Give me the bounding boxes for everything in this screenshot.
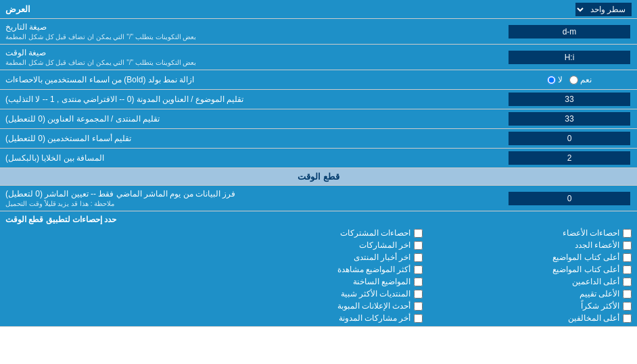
checkbox-top-raters-label[interactable]: الأعلى تقييم: [580, 289, 619, 298]
trim-subjects-label: تقليم الموضوع / العناوين المدونة (0 -- ا…: [0, 90, 502, 109]
time-format-label: صيغة الوقت بعض التكوينات يتطلب "/" التي …: [0, 45, 502, 70]
cutoff-row: فرز البيانات من يوم الماشر الماضي فقط --…: [0, 186, 637, 211]
trim-users-row: تقليم أسماء المستخدمين (0 للتعطيل): [0, 129, 637, 149]
cb-item-recent-ads[interactable]: أحدث الإعلانات المبوبة: [214, 301, 423, 311]
cb-item-old-topics[interactable]: المواضيع الساخنة: [214, 277, 423, 286]
cell-distance-input[interactable]: [509, 151, 630, 165]
checkbox-recent-ads-label[interactable]: أحدث الإعلانات المبوبة: [337, 301, 411, 311]
cutoff-input-cell[interactable]: [502, 186, 637, 211]
trim-forum-input-cell[interactable]: [502, 109, 637, 128]
checkbox-recent-ads[interactable]: [414, 302, 423, 311]
checkbox-similar-forums[interactable]: [414, 290, 423, 298]
bold-yes-text: نعم: [580, 75, 592, 84]
bold-no-text: لا: [558, 75, 563, 84]
cell-distance-input-cell[interactable]: [502, 149, 637, 167]
cb-item-shares[interactable]: احصاءات المشتركات: [214, 228, 423, 238]
checkboxes-header: حدد إحصاءات لتطبيق قطع الوقت: [5, 215, 632, 224]
cb-item-top-topic-writers[interactable]: أعلى كتاب المواضيع: [423, 265, 632, 274]
trim-subjects-row: تقليم الموضوع / العناوين المدونة (0 -- ا…: [0, 90, 637, 109]
trim-subjects-input[interactable]: [509, 93, 630, 106]
checkbox-column-empty: [5, 228, 214, 323]
checkbox-member-stats-label[interactable]: احصاءات الأعضاء: [563, 228, 619, 238]
date-format-row: صيغة التاريخ بعض التكوينات يتطلب "/" الت…: [0, 19, 637, 45]
header-select-container[interactable]: سطر واحد سطرين ثلاثة أسطر: [575, 3, 632, 16]
cell-distance-label: المسافة بين الخلايا (بالبكسل): [0, 149, 502, 167]
checkbox-top-topic-writers-label[interactable]: أعلى كتاب المواضيع: [552, 265, 619, 274]
cb-item-last-shared[interactable]: أخر مشاركات المدونة: [214, 313, 423, 323]
trim-users-label: تقليم أسماء المستخدمين (0 للتعطيل): [0, 129, 502, 148]
checkboxes-section: حدد إحصاءات لتطبيق قطع الوقت احصاءات الأ…: [0, 211, 637, 327]
time-format-input[interactable]: [509, 51, 630, 64]
cutoff-label: فرز البيانات من يوم الماشر الماضي فقط --…: [0, 186, 502, 211]
checkbox-most-thanks[interactable]: [623, 302, 632, 311]
checkbox-new-members[interactable]: [623, 241, 632, 250]
checkbox-most-thanks-label[interactable]: الأكثر شكراً: [581, 301, 619, 311]
time-format-input-cell[interactable]: [502, 45, 637, 70]
date-format-input[interactable]: [509, 25, 630, 38]
cb-item-most-viewed[interactable]: أكثر المواضيع مشاهدة: [214, 265, 423, 274]
checkbox-old-topics[interactable]: [414, 278, 423, 286]
cb-item-similar-forums[interactable]: المنتديات الأكثر شبية: [214, 289, 423, 298]
checkbox-top-raters[interactable]: [623, 290, 632, 298]
cb-item-forum-news[interactable]: اخر أخبار المنتدى: [214, 253, 423, 262]
checkbox-last-posts[interactable]: [414, 241, 423, 250]
trim-forum-label: تقليم المنتدى / المجموعة العناوين (0 للت…: [0, 109, 502, 128]
display-select[interactable]: سطر واحد سطرين ثلاثة أسطر: [575, 3, 632, 16]
cb-item-new-members[interactable]: الأعضاء الجدد: [423, 240, 632, 250]
checkbox-top-moderators-label[interactable]: أعلى المخالفين: [568, 313, 619, 323]
checkbox-most-viewed-label[interactable]: أكثر المواضيع مشاهدة: [337, 265, 411, 274]
checkbox-member-stats[interactable]: [623, 229, 632, 238]
checkbox-last-shared-label[interactable]: أخر مشاركات المدونة: [339, 313, 411, 323]
trim-forum-row: تقليم المنتدى / المجموعة العناوين (0 للت…: [0, 109, 637, 129]
cb-item-member-stats[interactable]: احصاءات الأعضاء: [423, 228, 632, 238]
bold-no-label[interactable]: لا: [547, 75, 563, 84]
checkbox-top-posters-label[interactable]: أعلى كتاب المواضيع: [552, 253, 619, 262]
date-format-label: صيغة التاريخ بعض التكوينات يتطلب "/" الت…: [0, 19, 502, 44]
date-format-input-cell[interactable]: [502, 19, 637, 44]
checkbox-top-topic-writers[interactable]: [623, 265, 632, 274]
checkbox-shares-label[interactable]: احصاءات المشتركات: [340, 228, 410, 238]
bold-yes-radio[interactable]: [569, 76, 578, 84]
bold-radio-options[interactable]: نعم لا: [502, 73, 637, 86]
bold-no-radio[interactable]: [547, 76, 556, 84]
cutoff-section-header: قطع الوقت: [0, 168, 637, 186]
bold-radio-row: نعم لا ازالة نمط بولد (Bold) من اسماء ال…: [0, 70, 637, 90]
bold-label: ازالة نمط بولد (Bold) من اسماء المستخدمي…: [0, 70, 502, 89]
trim-users-input[interactable]: [509, 132, 630, 145]
checkbox-column-shares: احصاءات المشتركات اخر المشاركات اخر أخبا…: [214, 228, 423, 323]
header-row: سطر واحد سطرين ثلاثة أسطر العرض: [0, 0, 637, 19]
cb-item-top-posters[interactable]: أعلى كتاب المواضيع: [423, 253, 632, 262]
checkbox-top-moderators[interactable]: [623, 314, 632, 323]
cb-item-top-raters[interactable]: الأعلى تقييم: [423, 289, 632, 298]
apply-label: حدد إحصاءات لتطبيق قطع الوقت: [5, 215, 116, 224]
bold-yes-label[interactable]: نعم: [569, 75, 592, 84]
checkbox-top-posters[interactable]: [623, 253, 632, 262]
checkbox-last-posts-label[interactable]: اخر المشاركات: [359, 240, 410, 250]
checkbox-last-shared[interactable]: [414, 314, 423, 323]
checkbox-old-topics-label[interactable]: المواضيع الساخنة: [353, 277, 410, 286]
checkbox-forum-news[interactable]: [414, 253, 423, 262]
header-title: العرض: [5, 4, 30, 14]
cb-item-top-moderators[interactable]: أعلى المخالفين: [423, 313, 632, 323]
cb-item-last-posts[interactable]: اخر المشاركات: [214, 240, 423, 250]
trim-forum-input[interactable]: [509, 112, 630, 126]
cb-item-most-thanks[interactable]: الأكثر شكراً: [423, 301, 632, 311]
checkboxes-columns: احصاءات الأعضاء الأعضاء الجدد أعلى كتاب …: [5, 228, 632, 323]
checkbox-column-members: احصاءات الأعضاء الأعضاء الجدد أعلى كتاب …: [423, 228, 632, 323]
trim-subjects-input-cell[interactable]: [502, 90, 637, 109]
trim-users-input-cell[interactable]: [502, 129, 637, 148]
checkbox-forum-news-label[interactable]: اخر أخبار المنتدى: [354, 253, 411, 262]
time-format-row: صيغة الوقت بعض التكوينات يتطلب "/" التي …: [0, 45, 637, 70]
checkbox-new-members-label[interactable]: الأعضاء الجدد: [575, 240, 619, 250]
checkbox-similar-forums-label[interactable]: المنتديات الأكثر شبية: [341, 289, 411, 298]
checkbox-shares[interactable]: [414, 229, 423, 238]
checkbox-top-thankers[interactable]: [623, 278, 632, 286]
cutoff-input[interactable]: [509, 192, 630, 205]
cb-item-top-thankers[interactable]: أعلى الداعمين: [423, 277, 632, 286]
checkbox-top-thankers-label[interactable]: أعلى الداعمين: [572, 277, 619, 286]
checkbox-most-viewed[interactable]: [414, 265, 423, 274]
cell-distance-row: المسافة بين الخلايا (بالبكسل): [0, 149, 637, 168]
